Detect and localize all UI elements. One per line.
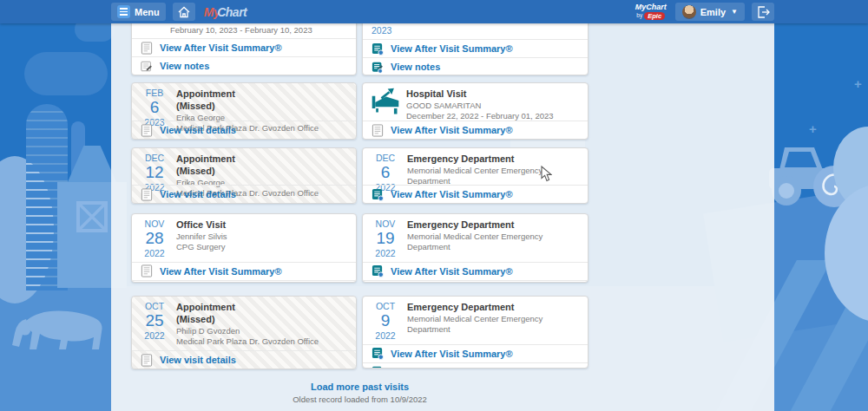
visit-provider: Jennifer Silvis (176, 232, 227, 242)
top-navigation-bar: Menu MyChart MyChart by Epic Emily ▼ (0, 0, 868, 23)
visit-status: (Missed) (176, 101, 319, 113)
view-visit-details-link[interactable]: View visit details (132, 350, 356, 369)
visit-card-hospital-visit: Hospital Visit GOOD SAMARITAN December 2… (362, 82, 589, 140)
topbar-right-group: MyChart by Epic Emily ▼ (635, 3, 774, 21)
visit-card-nov28-office-visit: NOV 28 2022 Office Visit Jennifer Silvis… (131, 213, 357, 283)
epic-logo: Epic (644, 12, 665, 20)
notes-icon (372, 365, 384, 369)
load-more-past-visits-link[interactable]: Load more past visits (131, 382, 589, 392)
avs-document-icon (141, 264, 153, 277)
visit-location: CPG Surgery (176, 242, 227, 252)
details-document-icon (141, 124, 153, 137)
visit-type: Emergency Department (407, 219, 581, 232)
logout-icon (757, 6, 770, 18)
user-menu-button[interactable]: Emily ▼ (675, 3, 745, 21)
avs-document-icon (372, 124, 384, 137)
details-document-icon (141, 354, 153, 367)
view-visit-details-link[interactable]: View visit details (132, 121, 356, 139)
visit-facility: GOOD SAMARITAN (406, 101, 554, 111)
visit-card-partial-right: 2023 View After Visit Summary® View note… (362, 19, 589, 75)
menu-button[interactable]: Menu (111, 3, 166, 21)
visit-type: Appointment (176, 88, 319, 101)
hamburger-icon (117, 5, 130, 18)
visit-card-nov19-emergency: NOV 19 2022 Emergency Department Memoria… (362, 213, 589, 283)
menu-button-label: Menu (135, 7, 160, 17)
brand-name: MyChart (635, 3, 667, 11)
visit-location: Memorial Medical Center Emergency Depart… (407, 166, 581, 187)
view-avs-link[interactable]: View After Visit Summary® (363, 121, 588, 139)
avs-document-icon (372, 188, 384, 201)
visit-card-oct25-missed-appointment: OCT 25 2022 Appointment (Missed) Philip … (131, 296, 357, 369)
avatar (682, 5, 696, 19)
view-notes-link[interactable]: View notes (363, 280, 588, 283)
view-avs-link[interactable]: View After Visit Summary® (363, 185, 588, 203)
avs-document-icon (372, 42, 384, 55)
notes-icon (141, 60, 153, 73)
logout-button[interactable] (752, 3, 774, 21)
view-avs-link[interactable]: View After Visit Summary® (363, 262, 588, 280)
visit-date: NOV 28 2022 (139, 219, 170, 258)
view-avs-link[interactable]: View After Visit Summary® (363, 344, 588, 362)
visit-location: Memorial Medical Center Emergency Depart… (407, 232, 581, 253)
view-notes-link[interactable]: View notes (363, 57, 588, 75)
user-name: Emily (700, 7, 726, 17)
visit-date: OCT 9 2022 (370, 301, 401, 341)
mychart-logo: MyChart (204, 5, 247, 19)
visit-card-oct9-emergency: OCT 9 2022 Emergency Department Memorial… (362, 296, 589, 369)
mychart-logo-chart: Chart (217, 5, 247, 19)
view-avs-link[interactable]: View After Visit Summary® (132, 262, 356, 280)
avs-document-icon (141, 42, 153, 55)
mychart-by-epic-logo: MyChart by Epic (635, 3, 667, 20)
notes-icon (372, 61, 384, 74)
visit-status: (Missed) (176, 314, 319, 326)
visit-type: Office Visit (176, 219, 227, 232)
hospital-bed-icon (370, 88, 401, 115)
view-visit-details-link[interactable]: View visit details (132, 185, 356, 203)
visit-card-dec6-emergency: DEC 6 2022 Emergency Department Memorial… (362, 147, 589, 204)
visit-type: Hospital Visit (406, 88, 554, 101)
avs-document-icon (372, 347, 384, 360)
oldest-record-text: Oldest record loaded from 10/9/2022 (131, 395, 589, 404)
home-icon (178, 6, 190, 18)
brand-by: by (636, 13, 642, 19)
visit-card-partial-left: February 10, 2023 - February 10, 2023 Vi… (131, 19, 357, 75)
visit-date: OCT 25 2022 (139, 301, 170, 347)
visit-provider: Philip D Gvozden (176, 326, 319, 336)
visit-location: Memorial Medical Center Emergency Depart… (407, 314, 581, 336)
visit-type: Emergency Department (407, 302, 581, 314)
visit-card-feb6-missed-appointment: FEB 6 2023 Appointment (Missed) Erika Ge… (131, 82, 357, 140)
visit-location: Medical Park Plaza Dr. Gvozden Office (176, 336, 319, 347)
sparkle-shape: + (854, 76, 862, 91)
visit-type: Appointment (176, 302, 319, 314)
home-button[interactable] (173, 3, 195, 21)
details-document-icon (141, 188, 153, 201)
view-avs-link[interactable]: View After Visit Summary® (363, 39, 588, 57)
cloud-shape (24, 52, 108, 95)
chevron-down-icon: ▼ (731, 8, 738, 16)
view-avs-link[interactable]: View After Visit Summary® (132, 38, 356, 56)
barn-window-illustration (76, 201, 108, 232)
view-notes-link[interactable]: View notes (363, 362, 588, 369)
visit-status: (Missed) (176, 166, 319, 178)
visits-footer: Load more past visits Oldest record load… (131, 382, 589, 404)
visit-card-dec12-missed-appointment: DEC 12 2022 Appointment (Missed) Erika G… (131, 147, 357, 204)
mouse-cursor (541, 166, 552, 182)
view-notes-link[interactable]: View notes (132, 280, 356, 283)
view-notes-link[interactable]: View notes (132, 56, 356, 75)
visit-type: Emergency Department (407, 153, 581, 166)
sparkle-shape: + (809, 121, 817, 136)
avs-document-icon (372, 264, 384, 277)
cow-illustration (5, 298, 109, 361)
mychart-visits-page: + + (0, 0, 868, 411)
visit-date: NOV 19 2022 (370, 219, 401, 258)
visit-type: Appointment (176, 153, 319, 166)
